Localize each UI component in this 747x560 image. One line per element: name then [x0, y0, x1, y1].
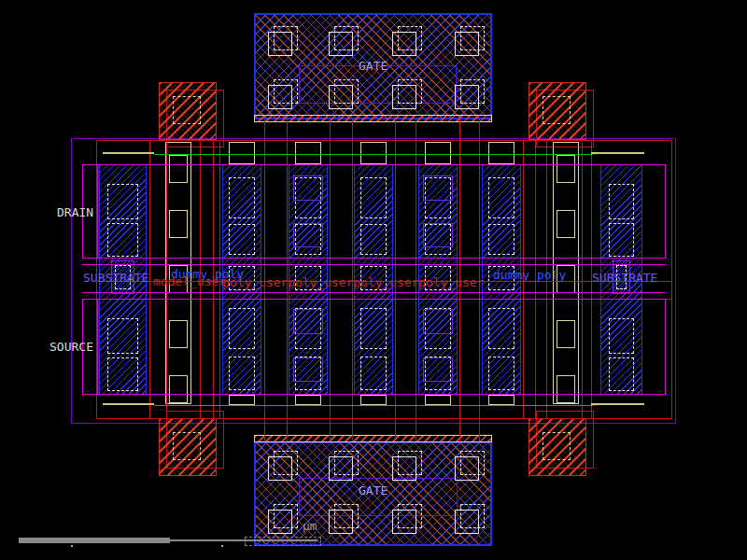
pad-contact-dashed — [334, 451, 359, 475]
poly-user-label: poly_user — [353, 275, 418, 289]
poly-bus-yellow — [103, 403, 154, 405]
substrate-right-label: SUBSTRATE — [592, 271, 657, 285]
poly-strip — [254, 435, 492, 442]
pad-contact-dashed — [398, 79, 422, 104]
gate-bus-green — [154, 154, 593, 155]
pad-contact-dashed — [460, 504, 485, 528]
poly-strip — [254, 115, 492, 122]
poly-user-label: poly_user — [222, 275, 288, 289]
drain-row-inner-line — [97, 164, 98, 259]
poly-bus-yellow — [591, 403, 644, 405]
corner-pad-contact — [543, 96, 571, 124]
pad-contact-dashed — [460, 79, 485, 104]
pad-contact-dashed — [274, 26, 298, 50]
source-row-inner-line — [97, 299, 98, 395]
substrate-left-label: SUBSTRATE — [83, 271, 148, 285]
pad-contact-dashed — [398, 26, 422, 50]
source-row-rect[interactable] — [82, 299, 666, 395]
pad-contact-dashed — [398, 451, 422, 475]
scale-unit-label: µm — [303, 519, 317, 533]
gate-bottom-label: GATE — [359, 483, 388, 497]
gate-top-label: GATE — [359, 59, 388, 73]
model-user-label: model_user — [153, 274, 226, 288]
mid-magenta-line — [82, 264, 666, 265]
poly-bus-yellow — [591, 152, 644, 154]
scale-bar-end-box — [245, 537, 321, 546]
drain-row-rect[interactable] — [82, 164, 666, 259]
poly-bus-yellow — [103, 152, 154, 154]
gate-bus-green — [154, 405, 593, 406]
scale-tick — [71, 545, 73, 547]
pad-contact-dashed — [274, 504, 298, 528]
corner-pad-contact — [173, 432, 201, 460]
pad-contact-dashed — [334, 26, 359, 50]
scale-tick — [221, 545, 223, 547]
poly-user-label: poly_user — [288, 275, 353, 289]
scale-bar-thick — [19, 538, 170, 543]
pad-contact-dashed — [274, 451, 298, 475]
dummy-poly-right-label: dummy_poly — [493, 268, 566, 282]
drain-label: DRAIN — [57, 205, 93, 219]
mid-magenta-line — [82, 292, 666, 293]
pad-contact-dashed — [334, 79, 359, 104]
scale-bar-thin — [170, 539, 317, 541]
poly-user-label: poly_user — [418, 275, 484, 289]
pad-contact-dashed — [460, 26, 485, 50]
corner-pad-contact — [173, 96, 201, 124]
pad-contact-dashed — [460, 451, 485, 475]
layout-canvas[interactable]: DRAIN SOURCE GATE GATE SUBSTRATE SUBSTRA… — [0, 0, 747, 560]
source-label: SOURCE — [49, 340, 93, 354]
pad-contact-dashed — [334, 504, 359, 528]
pad-contact-dashed — [398, 504, 422, 528]
pad-contact-dashed — [274, 79, 298, 104]
corner-pad-contact — [543, 432, 571, 460]
